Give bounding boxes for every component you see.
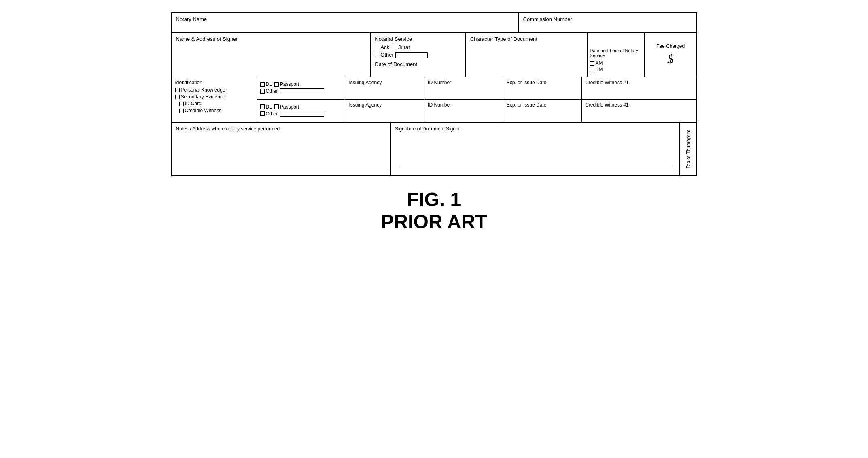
passport-checkbox-1[interactable] — [274, 82, 279, 87]
exp-issue-label-2: Exp. or Issue Date — [507, 102, 547, 108]
identification-label: Identification — [175, 80, 253, 85]
ack-checkbox[interactable] — [375, 45, 379, 49]
character-type-label: Character Type of Document — [470, 36, 537, 42]
am-row: AM — [590, 60, 642, 66]
id-card-label: ID Card — [185, 101, 202, 107]
credible-witness-label-2: Credible Witness #1 — [585, 102, 628, 108]
other-input-2[interactable] — [280, 111, 324, 117]
credible-witness-label-1: Credible Witness #1 — [585, 80, 628, 85]
notes-cell: Notes / Address where notary service per… — [172, 123, 391, 175]
thumbprint-label: Top of Thumbprint — [685, 130, 691, 169]
other-checkbox-2[interactable] — [260, 111, 265, 116]
dl-passport-row-1: DL Passport — [260, 81, 342, 87]
other-row-2: Other — [260, 111, 342, 117]
jurat-label: Jurat — [398, 44, 410, 50]
notary-form: Notary Name Commission Number Name & Add… — [171, 12, 697, 176]
issuing-agency-1: Issuing Agency — [346, 77, 425, 99]
personal-knowledge-label: Personal Knowledge — [181, 87, 225, 93]
notary-name-cell: Notary Name — [172, 13, 519, 32]
other-label-1: Other — [266, 88, 278, 94]
secondary-evidence-checkbox[interactable] — [175, 95, 180, 99]
credible-witness-1: Credible Witness #1 — [582, 77, 696, 99]
personal-knowledge-row: Personal Knowledge — [175, 87, 253, 93]
id-number-label-2: ID Number — [428, 102, 451, 108]
notarial-service-label: Notarial Service — [375, 36, 461, 42]
dl-label-2: DL — [266, 104, 272, 110]
id-checkboxes-2: DL Passport Other — [257, 100, 346, 122]
caption: FIG. 1 PRIOR ART — [381, 188, 487, 233]
other-row-1: Other — [260, 88, 342, 94]
id-checkboxes-1: DL Passport Other — [257, 77, 346, 99]
dl-checkbox-2[interactable] — [260, 104, 265, 109]
other-label-2: Other — [266, 111, 278, 117]
issuing-agency-label-1: Issuing Agency — [349, 80, 382, 85]
id-left-cell: Identification Personal Knowledge Second… — [172, 77, 257, 122]
prior-art-label: PRIOR ART — [381, 211, 487, 233]
id-number-1: ID Number — [424, 77, 503, 99]
pm-label: PM — [596, 67, 603, 72]
other-input-1[interactable] — [280, 88, 324, 94]
date-of-document-label: Date of Document — [375, 61, 461, 67]
pm-checkbox[interactable] — [590, 68, 594, 72]
secondary-evidence-label: Secondary Evidence — [181, 94, 225, 100]
fee-charged-label: Fee Charged — [656, 43, 685, 49]
signature-line — [399, 168, 671, 168]
dl-passport-row-2: DL Passport — [260, 104, 342, 110]
other-checkbox-1[interactable] — [260, 89, 265, 94]
id-card-checkbox[interactable] — [179, 102, 184, 106]
exp-issue-label-1: Exp. or Issue Date — [507, 80, 547, 85]
passport-label-2: Passport — [280, 104, 299, 110]
credible-witness-row: Credible Witness — [179, 108, 253, 113]
id-right-section: DL Passport Other Issuing Agency ID Numb… — [257, 77, 696, 122]
ack-row: Ack Jurat — [375, 44, 461, 50]
dl-label-1: DL — [266, 81, 272, 87]
passport-label-1: Passport — [280, 81, 299, 87]
id-number-label-1: ID Number — [428, 80, 451, 85]
issuing-agency-label-2: Issuing Agency — [349, 102, 382, 108]
ack-label: Ack — [380, 44, 389, 50]
notes-label: Notes / Address where notary service per… — [176, 126, 280, 132]
name-address-cell: Name & Address of Signer — [172, 33, 371, 77]
character-type-cell: Character Type of Document — [466, 33, 588, 77]
identification-section: Identification Personal Knowledge Second… — [172, 77, 696, 123]
fee-charged-cell: Fee Charged $ — [645, 33, 696, 77]
am-label: AM — [596, 60, 603, 66]
other-row: Other — [375, 52, 461, 58]
credible-witness-label: Credible Witness — [185, 108, 222, 113]
row-name-address: Name & Address of Signer Notarial Servic… — [172, 33, 696, 77]
passport-checkbox-2[interactable] — [274, 104, 279, 109]
id-sub-row-2: DL Passport Other Issuing Agency ID Numb… — [257, 100, 696, 122]
exp-issue-1: Exp. or Issue Date — [503, 77, 582, 99]
signature-label: Signature of Document Signer — [395, 126, 675, 132]
other-label: Other — [380, 52, 394, 58]
other-checkbox[interactable] — [375, 53, 379, 57]
date-time-label: Date and Time of Notary Service — [590, 48, 642, 58]
exp-issue-2: Exp. or Issue Date — [503, 100, 582, 122]
credible-witness-2: Credible Witness #1 — [582, 100, 696, 122]
secondary-evidence-row: Secondary Evidence — [175, 94, 253, 100]
personal-knowledge-checkbox[interactable] — [175, 88, 180, 92]
am-checkbox[interactable] — [590, 61, 594, 66]
dollar-sign: $ — [667, 51, 674, 66]
fig-label: FIG. 1 — [381, 188, 487, 211]
jurat-checkbox[interactable] — [393, 45, 397, 49]
name-address-label: Name & Address of Signer — [176, 36, 238, 42]
row-notes-signature: Notes / Address where notary service per… — [172, 123, 696, 175]
id-card-row: ID Card — [179, 101, 253, 107]
signature-cell: Signature of Document Signer — [391, 123, 680, 175]
date-time-cell: Date and Time of Notary Service AM PM — [588, 33, 645, 77]
issuing-agency-2: Issuing Agency — [346, 100, 425, 122]
notary-name-label: Notary Name — [176, 16, 207, 22]
dl-checkbox-1[interactable] — [260, 82, 265, 87]
commission-number-label: Commission Number — [523, 16, 572, 22]
thumbprint-cell: Top of Thumbprint — [680, 123, 696, 175]
id-sub-row-1: DL Passport Other Issuing Agency ID Numb… — [257, 77, 696, 100]
commission-number-cell: Commission Number — [519, 13, 696, 32]
notarial-service-cell: Notarial Service Ack Jurat Other Date of… — [371, 33, 466, 77]
other-input[interactable] — [395, 52, 428, 58]
pm-row: PM — [590, 67, 642, 72]
row-notary-name: Notary Name Commission Number — [172, 13, 696, 33]
credible-witness-checkbox[interactable] — [179, 109, 184, 113]
id-number-2: ID Number — [424, 100, 503, 122]
